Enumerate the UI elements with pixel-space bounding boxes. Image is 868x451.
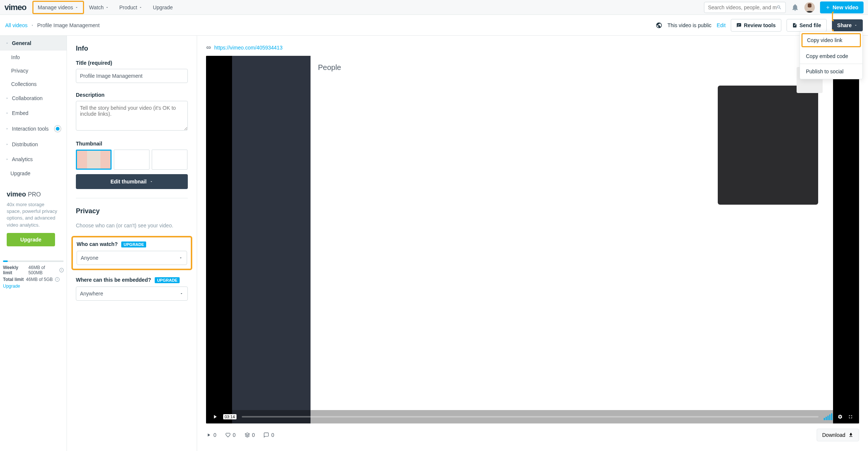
who-can-watch-highlight: Who can watch? UPGRADE Anyone [71, 236, 192, 270]
thumbnail-option-3[interactable] [152, 150, 187, 170]
download-button[interactable]: Download [817, 429, 859, 441]
video-player[interactable]: People 03:14 [206, 56, 859, 423]
progress-bar[interactable] [242, 416, 819, 418]
nav-label: Manage videos [38, 4, 73, 10]
chevron-right-icon [5, 111, 9, 115]
sidebar-collections[interactable]: Collections [0, 77, 67, 91]
video-preview: People [206, 56, 859, 423]
sidebar-privacy[interactable]: Privacy [0, 64, 67, 77]
stat-value: 0 [213, 432, 216, 438]
chevron-down-icon [854, 23, 858, 27]
review-tools-button[interactable]: Review tools [731, 19, 781, 32]
fullscreen-icon[interactable] [848, 414, 853, 419]
review-icon [736, 23, 742, 28]
promo-brand: vimeo PRO [7, 191, 60, 198]
upgrade-badge[interactable]: UPGRADE [121, 242, 146, 247]
interaction-indicator [54, 125, 61, 132]
nav-upgrade[interactable]: Upgrade [148, 1, 178, 14]
upgrade-badge[interactable]: UPGRADE [155, 277, 180, 283]
link-icon [206, 45, 211, 50]
chevron-down-icon [139, 6, 142, 9]
info-icon[interactable]: i [55, 277, 60, 282]
chevron-down-icon [105, 6, 109, 9]
send-file-button[interactable]: Send file [787, 19, 827, 32]
chevron-down-icon [150, 180, 153, 183]
description-label: Description [76, 92, 188, 98]
embed-where-select[interactable]: Anywhere [76, 287, 188, 301]
share-button[interactable]: Share [832, 19, 863, 31]
sidebar-embed[interactable]: Embed [0, 106, 67, 121]
chevron-down-icon [179, 256, 183, 260]
edit-thumbnail-button[interactable]: Edit thumbnail [76, 174, 188, 189]
chevron-right-icon [5, 157, 9, 161]
send-file-icon [792, 23, 797, 28]
top-nav: vimeo Manage videos Watch Product Upgrad… [0, 0, 868, 15]
sidebar-analytics[interactable]: Analytics [0, 152, 67, 167]
info-icon[interactable]: i [60, 268, 64, 272]
nav-product[interactable]: Product [114, 1, 148, 14]
thumbnail-label: Thumbnail [76, 141, 188, 147]
privacy-section-title: Privacy [76, 207, 188, 215]
thumbnail-option-2[interactable] [114, 150, 150, 170]
sidebar-label: Collaboration [12, 95, 43, 101]
logo[interactable]: vimeo [4, 3, 26, 12]
nav-watch[interactable]: Watch [84, 1, 114, 14]
chevron-right-icon [5, 96, 9, 100]
limits-upgrade-link[interactable]: Upgrade [3, 284, 20, 289]
stat-comments[interactable]: 0 [264, 432, 274, 438]
breadcrumb-current: Profile Image Management [37, 22, 100, 28]
nav-manage-videos[interactable]: Manage videos [32, 1, 84, 14]
breadcrumb-bar: All videos Profile Image Management This… [0, 15, 868, 36]
new-video-button[interactable]: New video [820, 1, 864, 13]
play-icon [206, 432, 211, 438]
search-input[interactable] [708, 4, 777, 10]
search-box[interactable] [704, 2, 786, 13]
sidebar: General Info Privacy Collections Collabo… [0, 36, 67, 451]
button-label: Send file [800, 22, 821, 28]
button-label: New video [833, 4, 858, 10]
who-can-watch-select[interactable]: Anyone [77, 251, 187, 265]
promo-text: 40x more storage space, powerful privacy… [7, 201, 60, 228]
stat-plays[interactable]: 0 [206, 432, 216, 438]
sidebar-distribution[interactable]: Distribution [0, 137, 67, 152]
sidebar-upgrade[interactable]: Upgrade [0, 167, 67, 180]
promo-box: vimeo PRO 40x more storage space, powerf… [3, 185, 64, 252]
sidebar-general[interactable]: General [0, 36, 67, 51]
sidebar-label: General [12, 40, 31, 46]
settings-icon[interactable] [838, 414, 843, 419]
chevron-down-icon [75, 6, 78, 9]
button-label: Share [837, 22, 852, 28]
chevron-right-icon [5, 127, 9, 131]
title-label: Title (required) [76, 60, 188, 66]
stat-collections[interactable]: 0 [245, 432, 255, 438]
storage-limits: Weekly limit 46MB of 500MB i Total limit… [0, 257, 67, 295]
button-label: Edit thumbnail [110, 179, 147, 185]
volume-icon[interactable] [824, 413, 832, 420]
layers-icon [245, 432, 250, 438]
watch-label: Who can watch? [77, 241, 118, 247]
avatar[interactable] [804, 2, 815, 13]
video-url-row: https://vimeo.com/405934413 [206, 45, 859, 51]
sidebar-interaction[interactable]: Interaction tools [0, 121, 67, 137]
promo-upgrade-button[interactable]: Upgrade [7, 233, 55, 246]
title-input[interactable] [76, 69, 188, 83]
play-icon[interactable] [212, 414, 218, 420]
sidebar-info[interactable]: Info [0, 51, 67, 64]
share-copy-link[interactable]: Copy video link [801, 33, 861, 47]
description-textarea[interactable] [76, 101, 188, 131]
edit-privacy-link[interactable]: Edit [717, 22, 726, 28]
sidebar-collaboration[interactable]: Collaboration [0, 91, 67, 106]
video-url-link[interactable]: https://vimeo.com/405934413 [214, 45, 283, 51]
chevron-right-icon [5, 143, 9, 146]
search-icon [777, 5, 782, 10]
heart-icon [225, 432, 231, 438]
embed-label: Where can this be embedded? [76, 277, 151, 283]
thumbnail-option-1[interactable] [76, 150, 112, 170]
breadcrumb-back[interactable]: All videos [5, 22, 28, 28]
download-icon [848, 432, 853, 438]
share-dropdown: Copy video link Copy embed code Publish … [800, 31, 863, 79]
share-copy-embed[interactable]: Copy embed code [800, 49, 862, 64]
share-publish-social[interactable]: Publish to social [800, 64, 862, 79]
notifications-icon[interactable] [791, 3, 799, 12]
stat-likes[interactable]: 0 [225, 432, 236, 438]
